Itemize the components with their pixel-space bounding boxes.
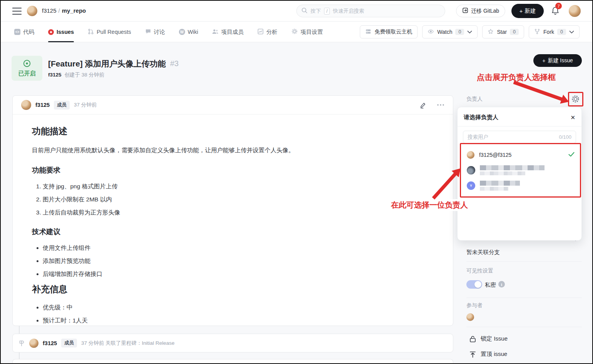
section-heading: 技术建议 xyxy=(32,227,443,236)
fork-button[interactable]: Fork 0 xyxy=(529,25,580,38)
annotation-open-selector: 点击展开负责人选择框 xyxy=(477,72,556,83)
lock-issue-button[interactable]: 锁定 Issue xyxy=(469,335,508,342)
assignee-label: 负责人 xyxy=(466,96,483,103)
new-button[interactable]: + 新建 xyxy=(511,4,544,18)
assignee-search-input[interactable] xyxy=(468,134,556,140)
list-item: 预计工时：1人天 xyxy=(43,317,443,325)
tab-wiki[interactable]: W Wiki xyxy=(179,22,198,42)
lock-icon xyxy=(469,336,476,342)
edit-pencil-icon[interactable] xyxy=(419,101,427,109)
tab-discussions[interactable]: 讨论 xyxy=(145,22,165,42)
repo-owner-avatar[interactable] xyxy=(27,6,37,16)
repo-tabs: <> 代码 Issues Pull Requests 讨论 W xyxy=(14,22,323,42)
issue-author[interactable]: f3125 xyxy=(48,72,62,78)
private-toggle[interactable] xyxy=(466,280,482,289)
star-button[interactable]: Star 0 xyxy=(482,25,524,38)
info-icon: i xyxy=(498,281,505,288)
section-heading: 功能描述 xyxy=(32,125,443,137)
search-char-counter: 0/100 xyxy=(559,134,571,140)
tab-members-label: 项目成员 xyxy=(221,28,244,36)
comment-tools xyxy=(419,101,444,109)
pin-issue-button[interactable]: 置顶 issue xyxy=(469,351,507,358)
close-icon[interactable]: ✕ xyxy=(570,114,575,121)
issue-body: 功能描述 目前用户只能使用系统默认头像，需要添加自定义头像上传功能，让用户能够上… xyxy=(13,115,453,325)
fork-label: Fork xyxy=(543,29,554,35)
event-author[interactable]: f3125 xyxy=(43,340,57,346)
global-search[interactable]: 按下 / 快速开启搜索 xyxy=(296,5,445,17)
pull-request-icon xyxy=(88,28,94,36)
divider xyxy=(466,261,582,262)
watch-button[interactable]: Watch 0 xyxy=(422,25,478,38)
free-cloud-host-button[interactable]: 免费领取云主机 xyxy=(360,25,418,38)
issue-created-time: 创建于 38 分钟前 xyxy=(65,72,105,78)
current-user-avatar[interactable] xyxy=(569,5,581,17)
user-avatar-letter: Y xyxy=(467,181,475,190)
panel-header: 请选择负责人 ✕ xyxy=(458,107,581,126)
search-icon xyxy=(301,7,307,15)
code-icon: <> xyxy=(14,29,20,35)
comment-header: f3125 成员 37 分钟前 xyxy=(13,96,453,115)
tab-settings[interactable]: 项目设置 xyxy=(291,22,323,42)
issue-byline: f3125创建于 38 分钟前 xyxy=(48,71,104,78)
issue-status-badge: 已开启 xyxy=(12,56,42,81)
wiki-icon: W xyxy=(179,29,185,35)
plus-icon: + xyxy=(542,58,545,64)
description-paragraph: 目前用户只能使用系统默认头像，需要添加自定义头像上传功能，让用户能够上传并设置个… xyxy=(32,146,443,155)
tab-code-label: 代码 xyxy=(23,28,34,36)
list-item: 使用文件上传组件 xyxy=(43,244,443,252)
tab-wiki-label: Wiki xyxy=(188,29,198,35)
free-cloud-host-label: 免费领取云主机 xyxy=(374,28,412,35)
comment-author-avatar[interactable] xyxy=(21,100,31,110)
comment-time: 37 分钟前 xyxy=(74,101,97,108)
user-option-redacted[interactable] xyxy=(458,163,581,178)
tab-pull-requests[interactable]: Pull Requests xyxy=(88,22,131,42)
assignee-gear-button[interactable] xyxy=(571,95,580,105)
breadcrumb-separator: / xyxy=(58,7,60,14)
user-option-redacted[interactable]: Y xyxy=(458,178,581,193)
fork-icon xyxy=(534,28,540,36)
section-heading: 补充信息 xyxy=(32,283,443,295)
repo-nav-bar: <> 代码 Issues Pull Requests 讨论 W xyxy=(1,22,592,42)
hamburger-menu-icon[interactable] xyxy=(12,7,22,17)
assignee-search-box[interactable]: 0/100 xyxy=(463,131,576,143)
tab-issues[interactable]: Issues xyxy=(48,22,74,42)
comment-author[interactable]: f3125 xyxy=(35,102,50,108)
issues-icon xyxy=(48,29,54,35)
assignee-selector-panel: 请选择负责人 ✕ 0/100 f3125@f3125 Y xyxy=(457,107,582,241)
top-bar: f3125/my_repo 按下 / 快速开启搜索 迁移 GitLab + 新建… xyxy=(1,1,592,22)
lock-issue-label: 锁定 Issue xyxy=(481,335,508,342)
tab-members[interactable]: 项目成员 xyxy=(212,22,244,42)
plus-icon: + xyxy=(520,8,523,14)
tab-discuss-label: 讨论 xyxy=(154,28,165,36)
chevron-down-icon xyxy=(569,29,574,35)
check-icon xyxy=(568,151,575,158)
tab-analytics-label: 分析 xyxy=(266,28,277,36)
issue-description-card: f3125 成员 37 分钟前 功能描述 目前用户只能使用系统默认头像，需要添加… xyxy=(12,95,453,326)
notifications-button[interactable]: 7 xyxy=(551,6,560,17)
member-role-badge: 成员 xyxy=(61,339,77,347)
event-author-avatar[interactable] xyxy=(29,339,38,348)
more-actions-icon[interactable] xyxy=(437,104,444,106)
list-item: 添加图片预览功能 xyxy=(43,257,443,265)
milestone-icon xyxy=(18,340,25,347)
gear-icon xyxy=(571,95,580,103)
migrate-gitlab-button[interactable]: 迁移 GitLab xyxy=(456,5,505,17)
participant-avatar[interactable] xyxy=(466,313,474,321)
requirements-list: 支持 jpg、png 格式图片上传 图片大小限制在 2MB 以内 上传后自动裁剪… xyxy=(43,183,443,217)
search-slash-keycap: / xyxy=(324,8,330,15)
tab-code[interactable]: <> 代码 xyxy=(14,22,34,42)
new-issue-label: 新建 Issue xyxy=(548,57,573,64)
fork-count: 0 xyxy=(557,29,566,35)
notification-count-badge: 7 xyxy=(555,3,562,9)
list-item: 后端增加图片存储接口 xyxy=(43,270,443,278)
user-option-f3125[interactable]: f3125@f3125 xyxy=(458,147,581,163)
search-placeholder-pre: 按下 xyxy=(311,8,321,15)
member-role-badge: 成员 xyxy=(54,101,70,110)
star-icon xyxy=(488,28,494,36)
tab-analytics[interactable]: 分析 xyxy=(257,22,277,42)
tab-issues-label: Issues xyxy=(57,29,74,35)
breadcrumb-repo[interactable]: my_repo xyxy=(62,7,86,14)
next-card-partial xyxy=(12,359,453,364)
breadcrumb-owner[interactable]: f3125 xyxy=(42,7,57,14)
new-issue-button[interactable]: + 新建 Issue xyxy=(533,54,582,67)
